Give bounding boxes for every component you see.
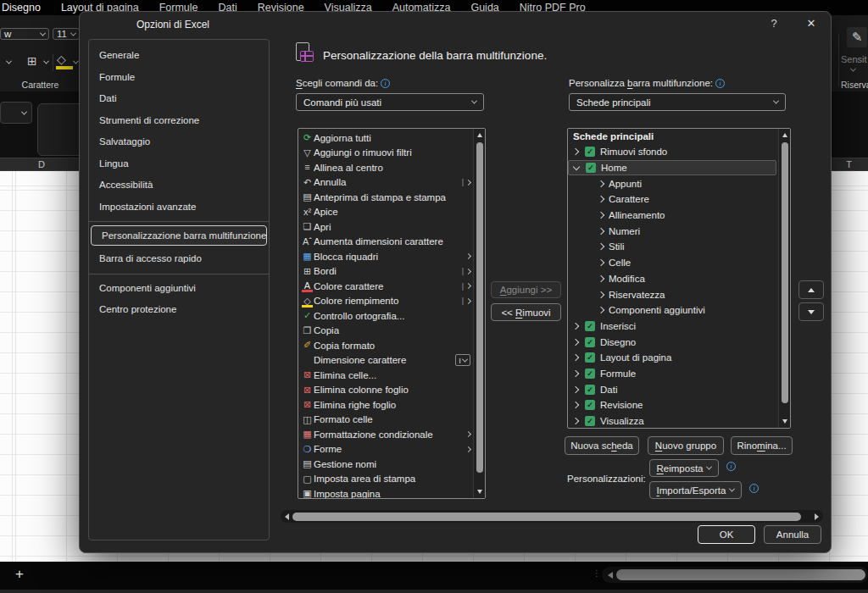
chevron-right-icon[interactable] <box>598 196 604 202</box>
move-down-button[interactable] <box>798 302 824 321</box>
rename-button[interactable]: Rinomina... <box>731 436 793 455</box>
fill-color-icon[interactable]: ◇ <box>57 53 66 66</box>
command-item[interactable]: ▤Gestione nomi <box>298 457 473 472</box>
tab-checkbox[interactable]: ✓ <box>585 369 595 379</box>
info-icon[interactable]: i <box>726 462 736 471</box>
command-item[interactable]: ✐Copia formato <box>298 338 473 353</box>
chevron-right-icon[interactable] <box>572 338 579 345</box>
chevron-right-icon[interactable] <box>598 275 604 282</box>
ribbon-tab-node[interactable]: ✓Rimuovi sfondo <box>568 144 790 160</box>
scroll-up-icon[interactable] <box>477 133 482 137</box>
chevron-right-icon[interactable] <box>598 291 604 297</box>
sidebar-item[interactable]: Personalizzazione barra multifunzione <box>91 225 267 246</box>
sensitivity-button[interactable]: Sensit <box>841 54 867 64</box>
scrollbar-thumb[interactable] <box>782 142 788 403</box>
name-box[interactable] <box>0 102 32 124</box>
info-icon[interactable]: i <box>715 79 725 88</box>
scroll-left-icon[interactable] <box>608 572 613 579</box>
scroll-up-icon[interactable] <box>782 133 787 137</box>
cancel-button[interactable]: Annulla <box>764 525 821 544</box>
tab-checkbox[interactable]: ✓ <box>585 352 595 363</box>
import-export-button[interactable]: Importa/Esporta <box>649 481 742 499</box>
ribbon-tab-node[interactable]: ✓Revisione <box>568 397 790 413</box>
font-name-combo[interactable]: w <box>0 28 49 40</box>
chevron-right-icon[interactable] <box>598 307 604 313</box>
ribbon-group-node[interactable]: Carattere <box>568 191 790 208</box>
scroll-down-icon[interactable] <box>782 419 787 424</box>
command-item[interactable]: ≡Allinea al centro <box>298 160 473 175</box>
sidebar-item[interactable]: Generale <box>89 45 269 67</box>
new-group-button[interactable]: Nuovo gruppo <box>648 436 724 455</box>
chevron-right-icon[interactable] <box>572 148 579 155</box>
ribbon-group-node[interactable]: Componenti aggiuntivi <box>568 302 790 319</box>
tab-checkbox[interactable]: ✓ <box>585 337 595 347</box>
chevron-down-icon[interactable] <box>573 163 580 169</box>
commands-scrollbar[interactable] <box>473 129 485 498</box>
command-item[interactable]: ✓Controllo ortografia... <box>298 308 473 324</box>
horizontal-scrollbar[interactable] <box>602 567 868 583</box>
command-item[interactable]: ⟳Aggiorna tutti <box>298 130 473 146</box>
ribbon-tab[interactable]: Disegno <box>2 2 41 14</box>
close-icon[interactable]: ✕ <box>802 17 821 34</box>
info-icon[interactable]: i <box>749 484 759 493</box>
tab-checkbox[interactable]: ✓ <box>586 163 596 173</box>
ribbon-group-node[interactable]: Numeri <box>568 223 790 239</box>
tab-checkbox[interactable]: ✓ <box>585 147 595 157</box>
ribbon-tab-node[interactable]: ✓Dati <box>568 381 790 397</box>
command-item[interactable]: ⊠Elimina colonne foglio <box>298 383 473 398</box>
command-item[interactable]: ⊠Elimina righe foglio <box>298 397 473 413</box>
choose-commands-select[interactable]: Comandi più usati <box>296 93 484 111</box>
command-item[interactable]: ⊞Bordi| <box>298 264 473 280</box>
sidebar-item[interactable]: Componenti aggiuntivi <box>89 278 269 300</box>
sidebar-item[interactable]: Barra di accesso rapido <box>89 248 269 270</box>
ribbon-group-node[interactable]: Allineamento <box>568 208 790 224</box>
command-item[interactable]: ▤Anteprima di stampa e stampa <box>298 190 473 205</box>
ribbon-group-node[interactable]: Riservatezza <box>568 286 790 302</box>
sidebar-item[interactable]: Strumenti di correzione <box>89 110 269 132</box>
scrollbar-thumb[interactable] <box>476 142 483 473</box>
command-item[interactable]: ◫Formato celle <box>298 413 473 428</box>
scroll-down-icon[interactable] <box>477 490 482 494</box>
tab-checkbox[interactable]: ✓ <box>585 400 595 410</box>
command-item[interactable]: ▦Blocca riquadri <box>298 249 473 264</box>
move-up-button[interactable] <box>798 280 824 299</box>
sidebar-item[interactable]: Lingua <box>89 153 269 175</box>
chevron-right-icon[interactable] <box>598 212 604 219</box>
ribbon-group-node[interactable]: Celle <box>568 255 790 271</box>
scrollbar-thumb[interactable] <box>292 513 801 521</box>
chevron-right-icon[interactable] <box>572 370 579 377</box>
reset-button[interactable]: Reimposta <box>649 459 719 477</box>
ribbon-group-node[interactable]: Stili <box>568 239 790 255</box>
chevron-down-icon[interactable] <box>73 58 79 64</box>
command-item[interactable]: Dimensione carattereI <box>298 353 473 369</box>
ok-button[interactable]: OK <box>698 525 755 544</box>
command-item[interactable]: ❏Apri <box>298 219 473 235</box>
chevron-down-icon[interactable] <box>6 58 12 64</box>
info-icon[interactable]: i <box>381 79 390 88</box>
chevron-right-icon[interactable] <box>598 259 604 266</box>
chevron-right-icon[interactable] <box>598 180 604 186</box>
command-item[interactable]: x²Apice <box>298 205 473 220</box>
help-icon[interactable]: ? <box>765 17 783 34</box>
chevron-right-icon[interactable] <box>572 385 579 392</box>
command-item[interactable]: ◇Colore riempimento| <box>298 294 473 309</box>
sidebar-item[interactable]: Formule <box>89 67 269 89</box>
chevron-right-icon[interactable] <box>572 402 579 408</box>
tree-scrollbar[interactable] <box>778 129 790 428</box>
sidebar-item[interactable]: Dati <box>89 88 269 110</box>
column-header[interactable]: D <box>16 158 67 172</box>
command-item[interactable]: AColore carattere| <box>298 279 473 294</box>
sidebar-item[interactable]: Centro protezione <box>89 299 269 321</box>
command-item[interactable]: ▽Aggiungi o rimuovi filtri <box>298 146 473 161</box>
column-header[interactable]: T <box>830 158 868 172</box>
chevron-right-icon[interactable] <box>572 323 579 330</box>
command-item[interactable]: ▦Formattazione condizionale <box>298 427 473 442</box>
command-item[interactable]: ↶Annulla| <box>298 175 473 191</box>
sidebar-item[interactable]: Impostazioni avanzate <box>89 197 269 219</box>
customize-ribbon-select[interactable]: Schede principali <box>569 93 786 111</box>
chevron-down-icon[interactable] <box>43 58 49 64</box>
scrollbar-thumb[interactable] <box>616 569 865 580</box>
ribbon-group-node[interactable]: Appunti <box>568 175 790 191</box>
scroll-right-icon[interactable] <box>815 513 819 520</box>
ribbon-tab-node[interactable]: ✓Home <box>568 160 776 176</box>
